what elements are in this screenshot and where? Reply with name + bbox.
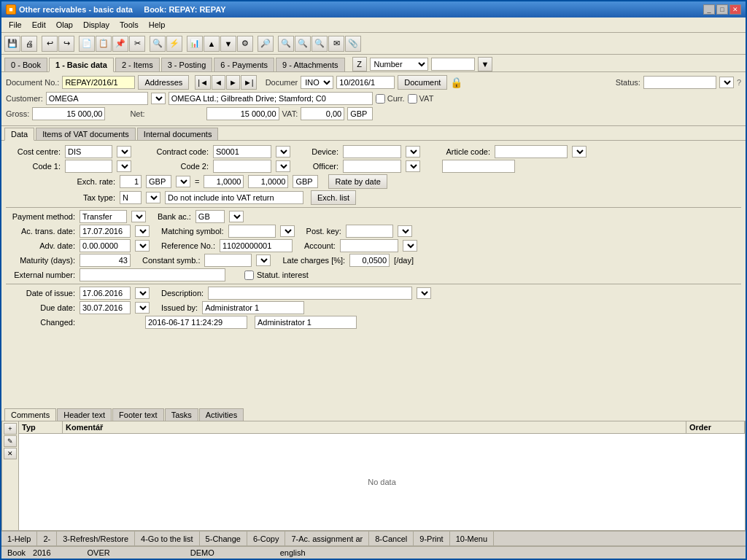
exch-rate-currency-dd[interactable] (176, 176, 190, 187)
tb-email[interactable]: ✉ (328, 36, 344, 52)
delete-row-button[interactable]: ✕ (4, 448, 17, 459)
ac-trans-input[interactable] (80, 225, 131, 238)
tab-book[interactable]: 0 - Book (4, 58, 47, 71)
exch-rate-currency2[interactable] (293, 175, 318, 188)
payment-method-input[interactable] (80, 210, 127, 223)
maximize-button[interactable]: □ (716, 4, 728, 15)
contract-code-dd[interactable] (276, 146, 290, 158)
menu-edit[interactable]: Edit (28, 19, 50, 31)
bank-ac-input[interactable] (196, 210, 225, 223)
document-button[interactable]: Document (398, 75, 447, 90)
tb-find1[interactable]: 🔍 (278, 36, 294, 52)
code1-input[interactable] (65, 160, 112, 173)
tab-payments[interactable]: 6 - Payments (214, 58, 274, 71)
adv-date-input[interactable] (80, 239, 131, 252)
maturity-input[interactable] (80, 254, 131, 267)
comments-tab-activities[interactable]: Activities (199, 408, 244, 421)
constant-symb-input[interactable] (204, 254, 252, 267)
due-date-input[interactable] (80, 301, 131, 314)
tb-settings[interactable]: ⚙ (237, 36, 253, 52)
nav-first[interactable]: |◄ (195, 75, 211, 90)
officer-dd[interactable] (406, 160, 420, 172)
customer-dropdown[interactable] (151, 93, 166, 104)
comments-tab-tasks[interactable]: Tasks (165, 408, 198, 421)
changed-by-input[interactable] (255, 316, 357, 329)
customer-input[interactable] (46, 92, 148, 105)
number-select[interactable]: Number (370, 58, 428, 71)
tb-new[interactable]: 📄 (79, 36, 95, 52)
comments-tab-header-text[interactable]: Header text (57, 408, 112, 421)
device-input[interactable] (343, 145, 401, 158)
article-code-input[interactable] (495, 145, 568, 158)
code1-dd[interactable] (117, 160, 131, 172)
document-no-input[interactable] (62, 76, 135, 89)
tax-type-input[interactable] (120, 191, 142, 204)
tb-search[interactable]: 🔎 (258, 36, 274, 52)
do-not-include-input[interactable] (165, 191, 303, 204)
tb-export[interactable]: 📊 (187, 36, 203, 52)
matching-symbol-dd[interactable] (280, 225, 295, 237)
ac-trans-dd[interactable] (135, 225, 150, 237)
payment-method-dd[interactable] (131, 211, 146, 222)
tb-paste[interactable]: 📌 (112, 36, 128, 52)
vat-checkbox[interactable] (408, 94, 417, 104)
menu-display[interactable]: Display (79, 19, 114, 31)
f5-item[interactable]: 5-Change (200, 532, 247, 545)
documer-number-input[interactable] (336, 76, 395, 89)
documer-type-select[interactable]: INO (301, 76, 333, 89)
date-issue-input[interactable] (80, 287, 131, 300)
exch-rate-val2[interactable] (248, 175, 288, 188)
description-input[interactable] (208, 287, 412, 300)
comments-tab-footer-text[interactable]: Footer text (112, 408, 164, 421)
tb-cut[interactable]: ✂ (129, 36, 145, 52)
officer-name-input[interactable] (442, 160, 515, 173)
external-number-input[interactable] (80, 268, 225, 281)
exch-rate-input[interactable] (120, 175, 142, 188)
contract-code-input[interactable] (213, 145, 271, 158)
f2-item[interactable]: 2- (37, 532, 57, 545)
f6-item[interactable]: 6-Copy (247, 532, 285, 545)
tab-attachments[interactable]: 9 - Attachments (276, 58, 344, 71)
tb-save[interactable]: 💾 (4, 36, 20, 52)
statut-interest-checkbox[interactable] (244, 271, 254, 280)
code2-input[interactable] (213, 160, 271, 173)
exch-rate-currency[interactable] (146, 175, 171, 188)
f1-item[interactable]: 1-Help (1, 532, 37, 545)
tb-attach[interactable]: 📎 (345, 36, 361, 52)
content-tab-data[interactable]: Data (4, 128, 34, 141)
matching-symbol-input[interactable] (228, 225, 276, 238)
f9-item[interactable]: 9-Print (414, 532, 449, 545)
curr-checkbox[interactable] (376, 94, 385, 104)
customer-address-input[interactable] (169, 92, 373, 105)
bank-ac-dd[interactable] (229, 211, 244, 222)
content-tab-internal-docs[interactable]: Internal documents (137, 128, 219, 140)
tb-find3[interactable]: 🔍 (311, 36, 328, 52)
rate-by-date-button[interactable]: Rate by date (328, 174, 387, 189)
tab-items[interactable]: 2 - Items (115, 58, 160, 71)
tb-print[interactable]: 🖨 (21, 36, 37, 52)
officer-input[interactable] (343, 160, 401, 173)
nav-last[interactable]: ►| (241, 75, 257, 90)
menu-file[interactable]: File (4, 19, 26, 31)
nav-next[interactable]: ► (226, 75, 240, 90)
addresses-button[interactable]: Addresses (138, 75, 189, 90)
tb-copy[interactable]: 📋 (96, 36, 112, 52)
reference-no-input[interactable] (220, 239, 293, 252)
code2-dd[interactable] (276, 160, 290, 172)
comments-tab-comments[interactable]: Comments (4, 408, 56, 421)
menu-olap[interactable]: Olap (52, 19, 77, 31)
f3-item[interactable]: 3-Refresh/Restore (57, 532, 135, 545)
add-row-button[interactable]: + (4, 423, 17, 435)
exch-list-button[interactable]: Exch. list (311, 190, 356, 205)
edit-row-button[interactable]: ✎ (4, 435, 17, 447)
tax-type-dd[interactable] (146, 192, 160, 203)
f7-item[interactable]: 7-Ac. assignment ar (285, 532, 369, 545)
number-input[interactable] (431, 58, 475, 71)
status-input[interactable] (643, 76, 716, 89)
account-input[interactable] (340, 239, 398, 252)
minimize-button[interactable]: _ (703, 4, 715, 15)
article-code-dd[interactable] (572, 146, 587, 158)
f8-item[interactable]: 8-Cancel (369, 532, 414, 545)
post-key-input[interactable] (346, 225, 393, 238)
net-input[interactable] (206, 107, 279, 120)
